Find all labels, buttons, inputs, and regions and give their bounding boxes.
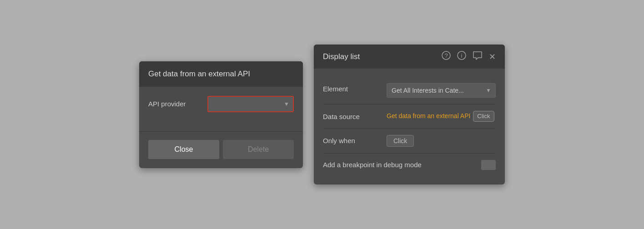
left-panel-title: Get data from an external API [148,70,250,78]
help-icon[interactable]: ? [442,51,451,62]
element-control: Get All Interests in Cate... ▼ [387,83,496,98]
api-provider-control: ▼ [207,96,294,112]
right-panel-body: Element Get All Interests in Cate... ▼ D… [314,69,505,184]
api-provider-dropdown-wrapper: ▼ [207,96,294,112]
close-icon[interactable]: ✕ [489,52,496,62]
element-label: Element [323,83,387,93]
left-panel-header: Get data from an external API [139,61,303,87]
left-panel: Get data from an external API API provid… [139,61,303,168]
close-button[interactable]: Close [148,140,219,159]
left-panel-body: API provider ▼ [139,87,303,129]
api-provider-row: API provider ▼ [148,96,294,112]
info-icon[interactable]: i [457,51,466,62]
header-icons: ? i ✕ [442,51,496,62]
data-source-click-badge[interactable]: Click [473,111,494,122]
comment-icon[interactable] [473,51,483,62]
element-dropdown-wrapper: Get All Interests in Cate... ▼ [387,83,496,98]
only-when-label: Only when [323,135,387,144]
only-when-row: Only when Click [323,129,496,154]
breakpoint-row: Add a breakpoint in debug mode [323,154,496,176]
only-when-click-badge[interactable]: Click [387,135,414,147]
api-provider-select[interactable] [207,96,294,112]
only-when-control: Click [387,135,496,147]
data-source-control: Get data from an external API Click [387,111,496,122]
left-panel-button-row: Close Delete [139,140,303,168]
right-panel: Display list ? i ✕ [314,45,505,184]
svg-text:?: ? [444,52,448,59]
data-source-label: Data source [323,111,387,120]
data-source-link[interactable]: Get data from an external API [387,112,470,119]
svg-text:i: i [461,52,463,59]
api-provider-label: API provider [148,100,207,108]
element-select[interactable]: Get All Interests in Cate... [387,83,496,98]
delete-button[interactable]: Delete [223,140,294,159]
data-source-row: Data source Get data from an external AP… [323,105,496,129]
right-panel-title: Display list [323,52,360,61]
breakpoint-toggle[interactable] [481,160,496,170]
breakpoint-label: Add a breakpoint in debug mode [323,161,481,169]
right-panel-header: Display list ? i ✕ [314,45,505,69]
left-panel-divider [139,131,303,132]
data-source-text: Get data from an external API Click [387,112,494,119]
element-row: Element Get All Interests in Cate... ▼ [323,77,496,105]
